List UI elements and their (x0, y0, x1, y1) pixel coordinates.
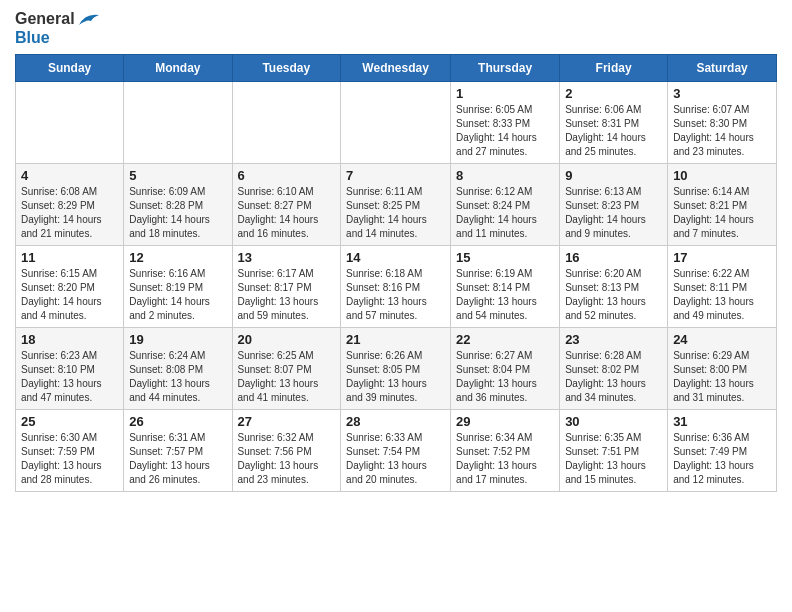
calendar-cell: 21Sunrise: 6:26 AM Sunset: 8:05 PM Dayli… (341, 328, 451, 410)
day-number: 1 (456, 86, 554, 101)
day-number: 30 (565, 414, 662, 429)
calendar-cell (341, 82, 451, 164)
day-number: 4 (21, 168, 118, 183)
calendar-cell: 1Sunrise: 6:05 AM Sunset: 8:33 PM Daylig… (451, 82, 560, 164)
day-info: Sunrise: 6:13 AM Sunset: 8:23 PM Dayligh… (565, 185, 662, 241)
day-info: Sunrise: 6:19 AM Sunset: 8:14 PM Dayligh… (456, 267, 554, 323)
day-number: 31 (673, 414, 771, 429)
day-number: 25 (21, 414, 118, 429)
day-info: Sunrise: 6:12 AM Sunset: 8:24 PM Dayligh… (456, 185, 554, 241)
weekday-header-wednesday: Wednesday (341, 55, 451, 82)
day-info: Sunrise: 6:33 AM Sunset: 7:54 PM Dayligh… (346, 431, 445, 487)
day-number: 19 (129, 332, 226, 347)
day-info: Sunrise: 6:11 AM Sunset: 8:25 PM Dayligh… (346, 185, 445, 241)
day-number: 15 (456, 250, 554, 265)
calendar-cell: 6Sunrise: 6:10 AM Sunset: 8:27 PM Daylig… (232, 164, 341, 246)
logo-blue-text: Blue (15, 29, 50, 46)
logo: General Blue (15, 10, 99, 46)
day-number: 11 (21, 250, 118, 265)
day-number: 20 (238, 332, 336, 347)
calendar-cell: 3Sunrise: 6:07 AM Sunset: 8:30 PM Daylig… (668, 82, 777, 164)
day-info: Sunrise: 6:23 AM Sunset: 8:10 PM Dayligh… (21, 349, 118, 405)
day-info: Sunrise: 6:29 AM Sunset: 8:00 PM Dayligh… (673, 349, 771, 405)
calendar-cell: 28Sunrise: 6:33 AM Sunset: 7:54 PM Dayli… (341, 410, 451, 492)
page-header: General Blue (15, 10, 777, 46)
calendar-cell: 31Sunrise: 6:36 AM Sunset: 7:49 PM Dayli… (668, 410, 777, 492)
day-number: 21 (346, 332, 445, 347)
day-info: Sunrise: 6:24 AM Sunset: 8:08 PM Dayligh… (129, 349, 226, 405)
calendar-cell: 23Sunrise: 6:28 AM Sunset: 8:02 PM Dayli… (560, 328, 668, 410)
calendar-cell: 5Sunrise: 6:09 AM Sunset: 8:28 PM Daylig… (124, 164, 232, 246)
day-number: 14 (346, 250, 445, 265)
day-number: 28 (346, 414, 445, 429)
day-number: 18 (21, 332, 118, 347)
calendar-cell: 26Sunrise: 6:31 AM Sunset: 7:57 PM Dayli… (124, 410, 232, 492)
day-number: 6 (238, 168, 336, 183)
calendar-cell: 29Sunrise: 6:34 AM Sunset: 7:52 PM Dayli… (451, 410, 560, 492)
day-number: 22 (456, 332, 554, 347)
calendar-cell: 8Sunrise: 6:12 AM Sunset: 8:24 PM Daylig… (451, 164, 560, 246)
day-number: 23 (565, 332, 662, 347)
calendar-cell: 13Sunrise: 6:17 AM Sunset: 8:17 PM Dayli… (232, 246, 341, 328)
calendar-table: SundayMondayTuesdayWednesdayThursdayFrid… (15, 54, 777, 492)
day-number: 5 (129, 168, 226, 183)
calendar-cell: 22Sunrise: 6:27 AM Sunset: 8:04 PM Dayli… (451, 328, 560, 410)
day-info: Sunrise: 6:08 AM Sunset: 8:29 PM Dayligh… (21, 185, 118, 241)
calendar-cell: 4Sunrise: 6:08 AM Sunset: 8:29 PM Daylig… (16, 164, 124, 246)
calendar-cell: 19Sunrise: 6:24 AM Sunset: 8:08 PM Dayli… (124, 328, 232, 410)
calendar-cell: 24Sunrise: 6:29 AM Sunset: 8:00 PM Dayli… (668, 328, 777, 410)
calendar-cell: 7Sunrise: 6:11 AM Sunset: 8:25 PM Daylig… (341, 164, 451, 246)
day-number: 29 (456, 414, 554, 429)
day-info: Sunrise: 6:35 AM Sunset: 7:51 PM Dayligh… (565, 431, 662, 487)
calendar-cell: 25Sunrise: 6:30 AM Sunset: 7:59 PM Dayli… (16, 410, 124, 492)
calendar-cell: 27Sunrise: 6:32 AM Sunset: 7:56 PM Dayli… (232, 410, 341, 492)
calendar-cell: 12Sunrise: 6:16 AM Sunset: 8:19 PM Dayli… (124, 246, 232, 328)
day-info: Sunrise: 6:16 AM Sunset: 8:19 PM Dayligh… (129, 267, 226, 323)
logo-container: General Blue (15, 10, 99, 46)
calendar-cell: 9Sunrise: 6:13 AM Sunset: 8:23 PM Daylig… (560, 164, 668, 246)
weekday-header-sunday: Sunday (16, 55, 124, 82)
day-number: 8 (456, 168, 554, 183)
day-info: Sunrise: 6:10 AM Sunset: 8:27 PM Dayligh… (238, 185, 336, 241)
day-info: Sunrise: 6:22 AM Sunset: 8:11 PM Dayligh… (673, 267, 771, 323)
weekday-header-saturday: Saturday (668, 55, 777, 82)
day-info: Sunrise: 6:26 AM Sunset: 8:05 PM Dayligh… (346, 349, 445, 405)
day-info: Sunrise: 6:07 AM Sunset: 8:30 PM Dayligh… (673, 103, 771, 159)
day-number: 10 (673, 168, 771, 183)
day-info: Sunrise: 6:17 AM Sunset: 8:17 PM Dayligh… (238, 267, 336, 323)
day-info: Sunrise: 6:28 AM Sunset: 8:02 PM Dayligh… (565, 349, 662, 405)
logo-bird-icon (77, 11, 99, 29)
weekday-header-friday: Friday (560, 55, 668, 82)
day-info: Sunrise: 6:31 AM Sunset: 7:57 PM Dayligh… (129, 431, 226, 487)
calendar-cell (232, 82, 341, 164)
day-info: Sunrise: 6:34 AM Sunset: 7:52 PM Dayligh… (456, 431, 554, 487)
day-info: Sunrise: 6:14 AM Sunset: 8:21 PM Dayligh… (673, 185, 771, 241)
calendar-cell: 20Sunrise: 6:25 AM Sunset: 8:07 PM Dayli… (232, 328, 341, 410)
day-number: 12 (129, 250, 226, 265)
day-number: 27 (238, 414, 336, 429)
calendar-cell: 15Sunrise: 6:19 AM Sunset: 8:14 PM Dayli… (451, 246, 560, 328)
day-info: Sunrise: 6:09 AM Sunset: 8:28 PM Dayligh… (129, 185, 226, 241)
day-number: 7 (346, 168, 445, 183)
weekday-header-monday: Monday (124, 55, 232, 82)
day-number: 26 (129, 414, 226, 429)
day-info: Sunrise: 6:05 AM Sunset: 8:33 PM Dayligh… (456, 103, 554, 159)
day-info: Sunrise: 6:25 AM Sunset: 8:07 PM Dayligh… (238, 349, 336, 405)
calendar-cell: 16Sunrise: 6:20 AM Sunset: 8:13 PM Dayli… (560, 246, 668, 328)
day-info: Sunrise: 6:30 AM Sunset: 7:59 PM Dayligh… (21, 431, 118, 487)
calendar-cell: 2Sunrise: 6:06 AM Sunset: 8:31 PM Daylig… (560, 82, 668, 164)
day-info: Sunrise: 6:27 AM Sunset: 8:04 PM Dayligh… (456, 349, 554, 405)
calendar-cell: 18Sunrise: 6:23 AM Sunset: 8:10 PM Dayli… (16, 328, 124, 410)
calendar-cell: 17Sunrise: 6:22 AM Sunset: 8:11 PM Dayli… (668, 246, 777, 328)
calendar-cell (124, 82, 232, 164)
calendar-cell: 10Sunrise: 6:14 AM Sunset: 8:21 PM Dayli… (668, 164, 777, 246)
logo-general-text: General (15, 10, 75, 27)
weekday-header-tuesday: Tuesday (232, 55, 341, 82)
calendar-cell (16, 82, 124, 164)
calendar-cell: 30Sunrise: 6:35 AM Sunset: 7:51 PM Dayli… (560, 410, 668, 492)
day-info: Sunrise: 6:36 AM Sunset: 7:49 PM Dayligh… (673, 431, 771, 487)
calendar-cell: 11Sunrise: 6:15 AM Sunset: 8:20 PM Dayli… (16, 246, 124, 328)
day-info: Sunrise: 6:20 AM Sunset: 8:13 PM Dayligh… (565, 267, 662, 323)
day-number: 13 (238, 250, 336, 265)
weekday-header-thursday: Thursday (451, 55, 560, 82)
